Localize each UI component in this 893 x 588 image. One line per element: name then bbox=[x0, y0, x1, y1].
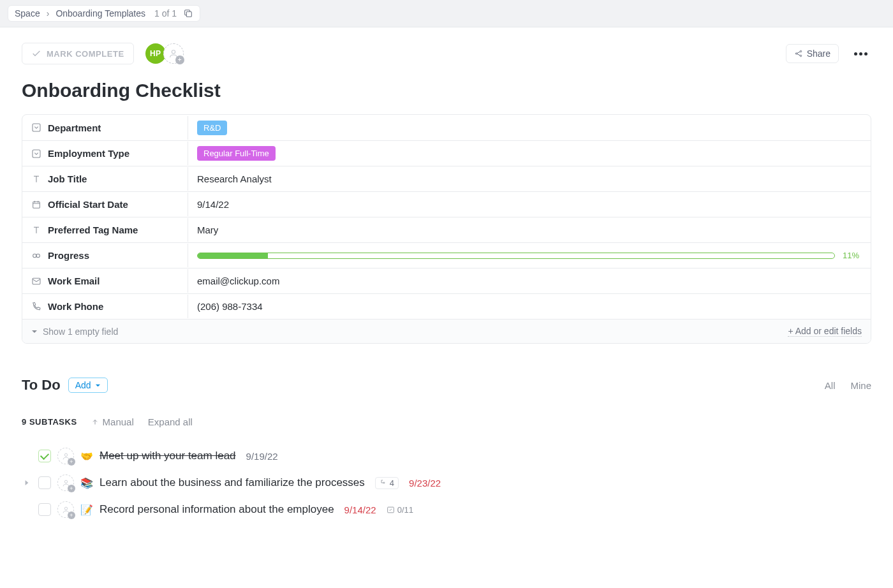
breadcrumb-root[interactable]: Space bbox=[15, 8, 40, 18]
task-checkbox[interactable] bbox=[38, 476, 51, 489]
page-title[interactable]: Onboarding Checklist bbox=[22, 80, 871, 101]
assignees[interactable]: HP + bbox=[145, 43, 184, 64]
svg-point-4 bbox=[800, 55, 801, 56]
breadcrumb-current[interactable]: Onboarding Templates bbox=[55, 8, 145, 18]
sort-label: Manual bbox=[103, 416, 134, 427]
caret-down-icon bbox=[31, 328, 38, 335]
todo-filters: All Mine bbox=[825, 380, 871, 391]
share-icon bbox=[794, 49, 803, 58]
svg-point-11 bbox=[64, 453, 67, 456]
task-title[interactable]: Learn about the business and familiarize… bbox=[100, 476, 365, 489]
field-label: Official Start Date bbox=[48, 199, 128, 210]
task-date[interactable]: 9/19/22 bbox=[246, 451, 278, 462]
phone-icon bbox=[31, 302, 41, 312]
show-empty-fields-toggle[interactable]: Show 1 empty field bbox=[31, 327, 118, 337]
progress-bar[interactable]: 11% bbox=[197, 251, 862, 260]
subtask-count-badge[interactable]: 4 bbox=[375, 477, 399, 489]
calendar-icon bbox=[31, 200, 41, 210]
add-task-button[interactable]: Add bbox=[68, 378, 108, 393]
plus-icon: + bbox=[68, 485, 75, 492]
more-menu-button[interactable] bbox=[850, 48, 871, 59]
checklist-badge[interactable]: 0/11 bbox=[387, 505, 413, 515]
field-start-date[interactable]: Official Start Date 9/14/22 bbox=[22, 191, 871, 217]
task-checkbox[interactable] bbox=[38, 503, 51, 516]
task-title[interactable]: Record personal information about the em… bbox=[100, 503, 334, 516]
field-value: email@clickup.com bbox=[197, 276, 279, 286]
svg-point-1 bbox=[172, 50, 175, 54]
field-label: Progress bbox=[48, 250, 89, 261]
copy-icon[interactable] bbox=[183, 8, 193, 18]
task-date[interactable]: 9/23/22 bbox=[409, 478, 441, 489]
field-label: Work Phone bbox=[48, 301, 103, 312]
task-row[interactable]: + 📚 Learn about the business and familia… bbox=[19, 469, 874, 496]
subtask-toolbar: 9 SUBTASKS Manual Expand all bbox=[22, 416, 871, 427]
add-edit-fields-link[interactable]: + Add or edit fields bbox=[788, 326, 862, 337]
field-label: Employment Type bbox=[48, 148, 129, 159]
svg-point-9 bbox=[36, 254, 40, 257]
sort-button[interactable]: Manual bbox=[91, 416, 134, 427]
task-row[interactable]: + 🤝 Meet up with your team lead 9/19/22 bbox=[19, 443, 874, 469]
task-checkbox[interactable] bbox=[38, 450, 51, 462]
svg-point-2 bbox=[795, 53, 797, 54]
field-label: Work Email bbox=[48, 276, 100, 286]
filter-mine[interactable]: Mine bbox=[850, 380, 871, 391]
svg-rect-6 bbox=[33, 150, 40, 158]
add-label: Add bbox=[75, 380, 91, 390]
task-title[interactable]: Meet up with your team lead bbox=[100, 450, 236, 462]
expand-caret[interactable] bbox=[22, 480, 32, 486]
field-value: (206) 988-7334 bbox=[197, 301, 263, 312]
field-progress[interactable]: Progress 11% bbox=[22, 242, 871, 268]
dropdown-icon bbox=[31, 149, 41, 159]
filter-all[interactable]: All bbox=[825, 380, 836, 391]
todo-title: To Do bbox=[22, 377, 61, 393]
task-row[interactable]: + 📝 Record personal information about th… bbox=[19, 496, 874, 523]
field-preferred-name[interactable]: Preferred Tag Name Mary bbox=[22, 217, 871, 242]
task-emoji: 📚 bbox=[80, 477, 93, 489]
mark-complete-button[interactable]: MARK COMPLETE bbox=[22, 43, 134, 64]
assign-user-button[interactable]: + bbox=[57, 448, 74, 464]
caret-down-icon bbox=[95, 383, 101, 388]
share-button[interactable]: Share bbox=[786, 44, 839, 63]
svg-point-14 bbox=[64, 507, 67, 510]
field-work-phone[interactable]: Work Phone (206) 988-7334 bbox=[22, 293, 871, 319]
fields-footer: Show 1 empty field + Add or edit fields bbox=[22, 319, 871, 343]
svg-point-3 bbox=[800, 50, 801, 52]
plus-icon: + bbox=[68, 458, 75, 466]
assign-user-button[interactable]: + bbox=[57, 474, 74, 491]
add-assignee-button[interactable]: + bbox=[163, 43, 184, 64]
field-department[interactable]: Department R&D bbox=[22, 115, 871, 140]
breadcrumb[interactable]: Space › Onboarding Templates 1 of 1 bbox=[8, 5, 200, 22]
avatar[interactable]: HP bbox=[145, 43, 166, 64]
field-value: Research Analyst bbox=[197, 173, 272, 184]
subtask-count: 9 SUBTASKS bbox=[22, 417, 77, 427]
todo-header: To Do Add All Mine bbox=[22, 377, 871, 393]
subtask-count-value: 4 bbox=[390, 478, 394, 488]
field-employment-type[interactable]: Employment Type Regular Full-Time bbox=[22, 140, 871, 166]
field-work-email[interactable]: Work Email email@clickup.com bbox=[22, 268, 871, 293]
svg-rect-10 bbox=[33, 278, 40, 284]
expand-all-button[interactable]: Expand all bbox=[148, 416, 193, 427]
svg-point-12 bbox=[64, 480, 67, 483]
arrow-up-icon bbox=[91, 418, 99, 426]
page-header: MARK COMPLETE HP + Share bbox=[13, 27, 880, 64]
field-job-title[interactable]: Job Title Research Analyst bbox=[22, 166, 871, 191]
task-emoji: 📝 bbox=[80, 504, 93, 516]
checklist-value: 0/11 bbox=[397, 505, 413, 515]
assign-user-button[interactable]: + bbox=[57, 501, 74, 518]
svg-rect-7 bbox=[33, 202, 40, 208]
progress-icon bbox=[31, 251, 41, 261]
mail-icon bbox=[31, 276, 41, 286]
field-label: Department bbox=[48, 122, 101, 133]
task-date[interactable]: 9/14/22 bbox=[344, 504, 376, 515]
dropdown-icon bbox=[31, 122, 41, 133]
custom-fields-table: Department R&D Employment Type Regular F… bbox=[22, 114, 871, 344]
tag-value[interactable]: Regular Full-Time bbox=[197, 146, 276, 161]
plus-icon: + bbox=[68, 511, 75, 519]
field-value: Mary bbox=[197, 224, 218, 235]
tag-value[interactable]: R&D bbox=[197, 121, 227, 135]
svg-rect-5 bbox=[33, 124, 40, 131]
field-value: 9/14/22 bbox=[197, 199, 229, 210]
field-label: Preferred Tag Name bbox=[48, 224, 138, 235]
check-icon bbox=[31, 48, 41, 59]
mark-complete-label: MARK COMPLETE bbox=[47, 49, 124, 59]
